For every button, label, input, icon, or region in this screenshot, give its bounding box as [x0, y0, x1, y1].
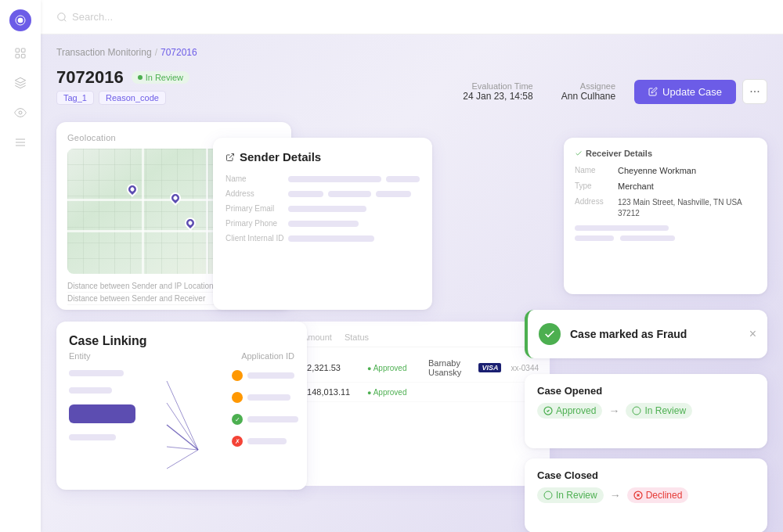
- case-title-row: 7072016 In Review: [56, 67, 189, 88]
- svg-point-0: [18, 18, 23, 23]
- tag-2[interactable]: Reason_code: [99, 91, 166, 105]
- assignee-label: Assignee: [561, 81, 615, 91]
- svg-line-18: [167, 381, 198, 450]
- fraud-close-button[interactable]: ×: [749, 328, 756, 340]
- case-opened-title: Case Opened: [537, 385, 755, 397]
- rec-address-value: 123 Main Street, Nashville, TN USA 37212: [618, 197, 756, 219]
- transactions-area: Amount Status $2,321.53 ● Approved Barna…: [291, 322, 550, 486]
- receiver-name-row: Name Cheyenne Workman: [575, 166, 756, 175]
- entity-column: [69, 370, 135, 440]
- receiver-email-bar: [575, 225, 669, 231]
- sender-email-row: Primary Email: [226, 204, 420, 213]
- app-item-4: ✗: [232, 436, 287, 447]
- search-box[interactable]: Search...: [56, 11, 113, 23]
- svg-line-19: [167, 403, 198, 450]
- tx-name-1: Barnaby Usansky: [428, 358, 472, 377]
- eval-time-info: Evaluation Time 24 Jan 23, 14:58: [463, 81, 532, 102]
- svg-rect-2: [16, 49, 20, 52]
- linking-content: ✓ ✗: [69, 370, 294, 480]
- phone-label: Primary Phone: [226, 219, 288, 228]
- tx-status-2: ● Approved: [367, 388, 422, 397]
- app-bar-2: [247, 394, 290, 401]
- address-bar-3: [376, 191, 411, 197]
- entity-col-label: Entity: [69, 351, 91, 361]
- svg-point-14: [544, 491, 552, 499]
- content-area: Transaction Monitoring / 7072016 7072016…: [41, 34, 783, 494]
- breadcrumb: Transaction Monitoring / 7072016: [56, 47, 767, 58]
- main-content: Search... Transaction Monitoring / 70720…: [41, 0, 783, 532]
- app-item-3: ✓: [232, 414, 298, 425]
- breadcrumb-separator: /: [155, 47, 157, 58]
- case-opened-card: Case Opened Approved → In Review: [525, 374, 767, 448]
- client-id-bar: [288, 235, 374, 242]
- phone-bar: [288, 221, 359, 227]
- transaction-row-2[interactable]: $148,013.11 ● Approved: [302, 383, 539, 402]
- client-id-label: Client Internal ID: [226, 234, 288, 243]
- transaction-row-1[interactable]: $2,321.53 ● Approved Barnaby Usansky VIS…: [302, 354, 539, 383]
- breadcrumb-current: 7072016: [161, 47, 197, 58]
- sender-title-text: Sender Details: [240, 150, 321, 164]
- receiver-email-row: [575, 225, 756, 231]
- app-dot-green: ✓: [232, 414, 243, 425]
- sidebar-layers-icon[interactable]: [13, 75, 28, 91]
- status-label: In Review: [146, 73, 183, 82]
- search-placeholder: Search...: [72, 11, 113, 23]
- eval-value: 24 Jan 23, 14:58: [463, 91, 532, 102]
- tags-row: Tag_1 Reason_code: [56, 91, 189, 105]
- receiver-title-text: Receiver Details: [586, 149, 652, 158]
- closed-from-label: In Review: [556, 490, 597, 501]
- address-bar-1: [288, 191, 323, 197]
- entity-1: [69, 370, 124, 376]
- sidebar-list-icon[interactable]: [13, 135, 28, 150]
- tx-amount-2: $148,013.11: [302, 387, 361, 397]
- case-id: 7072016: [56, 67, 124, 88]
- sender-name-row: Name: [226, 174, 420, 183]
- email-bar: [288, 206, 366, 212]
- svg-line-21: [167, 447, 198, 450]
- receiver-bottom-row: [575, 235, 756, 241]
- case-opened-transition: Approved → In Review: [537, 403, 755, 419]
- app-col-label: Application ID: [241, 351, 294, 361]
- map-road: [142, 149, 144, 274]
- svg-line-20: [167, 425, 198, 450]
- app-dot-orange-1: [232, 370, 243, 381]
- receiver-title: Receiver Details: [575, 149, 756, 158]
- header-right: Evaluation Time 24 Jan 23, 14:58 Assigne…: [463, 79, 767, 104]
- sender-card-title: Sender Details: [226, 150, 420, 164]
- sender-phone-row: Primary Phone: [226, 219, 420, 228]
- sidebar-grid-icon[interactable]: [13, 45, 28, 61]
- external-link-icon: [226, 153, 235, 162]
- case-closed-card: Case Closed In Review → Declined: [525, 458, 767, 532]
- entity-3-selected[interactable]: [69, 404, 135, 423]
- case-closed-transition: In Review → Declined: [537, 487, 755, 503]
- rec-bar-2: [620, 235, 675, 241]
- tx-col-status: Status: [345, 332, 369, 342]
- svg-line-22: [167, 450, 198, 469]
- address-label: Address: [226, 189, 288, 198]
- rec-bar-1: [575, 235, 614, 241]
- update-button-label: Update Case: [662, 86, 722, 98]
- tx-header: Amount Status: [302, 332, 539, 347]
- app-column: ✓ ✗: [232, 370, 294, 447]
- search-icon: [56, 12, 67, 23]
- tx-amount-1: $2,321.53: [302, 363, 361, 372]
- approved-icon: [543, 406, 553, 415]
- more-options-button[interactable]: ···: [742, 79, 767, 104]
- connection-lines-svg: [132, 370, 233, 480]
- breadcrumb-parent[interactable]: Transaction Monitoring: [56, 47, 152, 58]
- visa-badge-1: VISA: [478, 363, 501, 372]
- app-bar-3: [247, 416, 298, 422]
- sidebar-eye-icon[interactable]: [13, 105, 28, 120]
- tag-1[interactable]: Tag_1: [56, 91, 94, 105]
- in-review-label: In Review: [644, 405, 686, 416]
- sender-id-row: Client Internal ID: [226, 234, 420, 243]
- rec-type-label: Type: [575, 182, 618, 191]
- app-logo[interactable]: [9, 9, 31, 31]
- case-header: 7072016 In Review Tag_1 Reason_code Eval…: [56, 67, 767, 116]
- update-case-button[interactable]: Update Case: [634, 80, 736, 104]
- topbar: Search...: [41, 0, 783, 34]
- svg-rect-3: [21, 49, 25, 52]
- assignee-value: Ann Culhane: [561, 91, 615, 102]
- rec-type-value: Merchant: [618, 182, 654, 191]
- declined-icon: [633, 491, 643, 500]
